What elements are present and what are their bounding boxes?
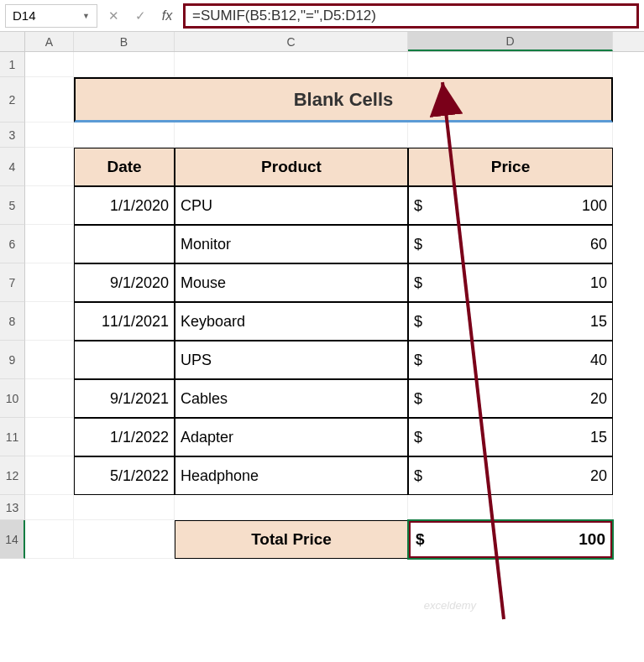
cell-c11[interactable]: Adapter — [175, 418, 408, 456]
cancel-icon[interactable]: ✕ — [102, 5, 124, 27]
cell-c13[interactable] — [175, 495, 408, 520]
cell-b8[interactable]: 11/1/2021 — [74, 302, 175, 341]
cell-a10[interactable] — [25, 379, 74, 418]
row-header-2[interactable]: 2 — [0, 77, 25, 122]
cell-c9[interactable]: UPS — [175, 341, 408, 379]
row-header-4[interactable]: 4 — [0, 148, 25, 186]
cell-d5[interactable]: $100 — [408, 186, 613, 225]
row-9: 9 UPS $40 — [0, 341, 644, 379]
cell-b14[interactable] — [74, 520, 175, 559]
header-product[interactable]: Product — [175, 148, 408, 186]
cell-a12[interactable] — [25, 456, 74, 495]
name-box[interactable]: D14 ▼ — [5, 4, 97, 28]
cell-d7[interactable]: $10 — [408, 263, 613, 302]
cell-a2[interactable] — [25, 77, 74, 122]
price-value: 20 — [590, 390, 607, 408]
column-header-d[interactable]: D — [408, 32, 613, 51]
cell-b10[interactable]: 9/1/2021 — [74, 379, 175, 418]
row-header-12[interactable]: 12 — [0, 456, 25, 495]
header-date[interactable]: Date — [74, 148, 175, 186]
cell-d11[interactable]: $15 — [408, 418, 613, 456]
column-header-b[interactable]: B — [74, 32, 175, 51]
cell-a3[interactable] — [25, 122, 74, 148]
cell-d10[interactable]: $20 — [408, 379, 613, 418]
row-header-7[interactable]: 7 — [0, 263, 25, 302]
cell-b7[interactable]: 9/1/2020 — [74, 263, 175, 302]
total-value: 100 — [579, 530, 605, 549]
cell-c12[interactable]: Headphone — [175, 456, 408, 495]
title-cell[interactable]: Blank Cells — [74, 77, 613, 122]
column-header-c[interactable]: C — [175, 32, 408, 51]
formula-input[interactable]: =SUMIF(B5:B12,"=",D5:D12) — [183, 3, 639, 29]
cell-b9[interactable] — [74, 341, 175, 379]
cell-d13[interactable] — [408, 495, 613, 520]
row-7: 7 9/1/2020 Mouse $10 — [0, 263, 644, 302]
row-header-13[interactable]: 13 — [0, 495, 25, 520]
row-header-10[interactable]: 10 — [0, 379, 25, 418]
cell-d9[interactable]: $40 — [408, 341, 613, 379]
cell-c5[interactable]: CPU — [175, 186, 408, 225]
cell-c6[interactable]: Monitor — [175, 225, 408, 263]
currency-symbol: $ — [414, 352, 422, 369]
row-4: 4 Date Product Price — [0, 148, 644, 186]
cell-a14[interactable] — [25, 520, 74, 559]
row-header-5[interactable]: 5 — [0, 186, 25, 225]
cell-d1[interactable] — [408, 52, 613, 77]
cell-c8[interactable]: Keyboard — [175, 302, 408, 341]
column-header-a[interactable]: A — [25, 32, 74, 51]
cell-b1[interactable] — [74, 52, 175, 77]
cell-a1[interactable] — [25, 52, 74, 77]
price-value: 15 — [590, 429, 607, 446]
cell-c3[interactable] — [175, 122, 408, 148]
row-header-1[interactable]: 1 — [0, 52, 25, 77]
cell-d6[interactable]: $60 — [408, 225, 613, 263]
currency-symbol: $ — [414, 236, 422, 253]
price-value: 20 — [590, 467, 607, 485]
row-header-6[interactable]: 6 — [0, 225, 25, 263]
cell-c1[interactable] — [175, 52, 408, 77]
total-label[interactable]: Total Price — [175, 520, 408, 559]
row-14: 14 Total Price $100 — [0, 520, 644, 559]
select-all-corner[interactable] — [0, 32, 25, 51]
watermark: exceldemy — [424, 599, 476, 612]
cell-a13[interactable] — [25, 495, 74, 520]
name-box-value: D14 — [13, 8, 36, 23]
row-8: 8 11/1/2021 Keyboard $15 — [0, 302, 644, 341]
cell-b12[interactable]: 5/1/2022 — [74, 456, 175, 495]
price-value: 40 — [590, 352, 607, 369]
chevron-down-icon[interactable]: ▼ — [82, 12, 90, 20]
cell-d3[interactable] — [408, 122, 613, 148]
row-header-9[interactable]: 9 — [0, 341, 25, 379]
cell-d12[interactable]: $20 — [408, 456, 613, 495]
row-header-14[interactable]: 14 — [0, 520, 25, 559]
row-2: 2 Blank Cells — [0, 77, 644, 122]
row-5: 5 1/1/2020 CPU $100 — [0, 186, 644, 225]
cell-b5[interactable]: 1/1/2020 — [74, 186, 175, 225]
cell-a8[interactable] — [25, 302, 74, 341]
cell-a9[interactable] — [25, 341, 74, 379]
cell-a4[interactable] — [25, 148, 74, 186]
cell-a6[interactable] — [25, 225, 74, 263]
cell-b13[interactable] — [74, 495, 175, 520]
enter-icon[interactable]: ✓ — [129, 5, 151, 27]
cell-d14[interactable]: $100 — [408, 520, 613, 559]
cell-c10[interactable]: Cables — [175, 379, 408, 418]
cell-b3[interactable] — [74, 122, 175, 148]
row-3: 3 — [0, 122, 644, 148]
cell-a5[interactable] — [25, 186, 74, 225]
row-header-8[interactable]: 8 — [0, 302, 25, 341]
currency-symbol: $ — [414, 467, 422, 485]
currency-symbol: $ — [414, 197, 422, 215]
fx-icon[interactable]: fx — [156, 8, 178, 23]
row-12: 12 5/1/2022 Headphone $20 — [0, 456, 644, 495]
cell-a11[interactable] — [25, 418, 74, 456]
cell-b6[interactable] — [74, 225, 175, 263]
header-price[interactable]: Price — [408, 148, 613, 186]
row-header-11[interactable]: 11 — [0, 418, 25, 456]
cell-a7[interactable] — [25, 263, 74, 302]
column-headers: A B C D — [0, 32, 644, 52]
cell-d8[interactable]: $15 — [408, 302, 613, 341]
cell-b11[interactable]: 1/1/2022 — [74, 418, 175, 456]
row-header-3[interactable]: 3 — [0, 122, 25, 148]
cell-c7[interactable]: Mouse — [175, 263, 408, 302]
